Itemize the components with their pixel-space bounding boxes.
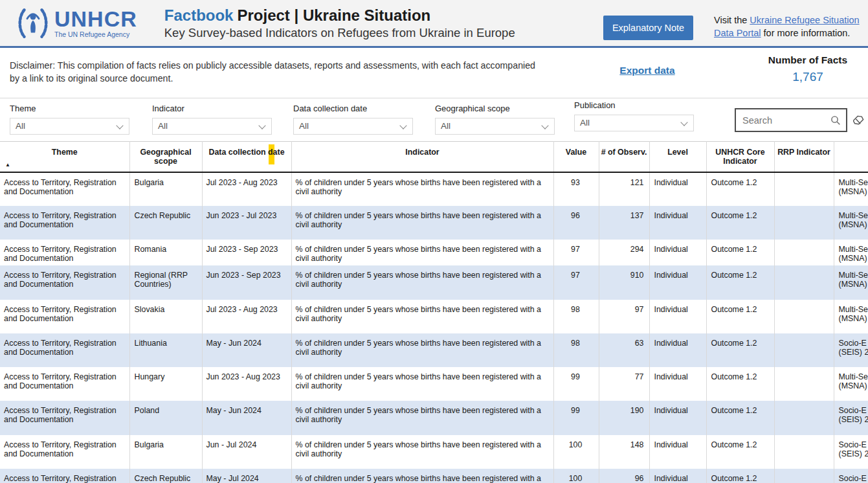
table-row[interactable]: Access to Territory, Registration and Do…: [0, 265, 868, 300]
column-header-level[interactable]: Level: [649, 142, 706, 172]
export-data-link[interactable]: Export data: [619, 65, 674, 76]
cell-rrp-indicator: [774, 206, 834, 240]
table-row[interactable]: Access to Territory, Registration and Do…: [0, 367, 868, 401]
cell-date: Jul 2023 - Aug 2023: [202, 172, 291, 206]
table-row[interactable]: Access to Territory, Registration and Do…: [0, 435, 868, 469]
search-box: [735, 108, 847, 132]
cell-rrp-indicator: [774, 401, 834, 435]
cell-geo: Czech Republic: [129, 469, 202, 483]
cell-indicator: % of children under 5 years whose births…: [291, 172, 553, 206]
table-row[interactable]: Access to Territory, Registration and Do…: [0, 469, 868, 483]
cell-value: 100: [553, 435, 599, 469]
cell-publication: Socio-E(SEIS) 2: [834, 469, 868, 483]
cell-core-indicator: Outcome 1.2: [706, 401, 774, 435]
table-row[interactable]: Access to Territory, Registration and Do…: [0, 300, 868, 333]
facts-count-label: Number of Facts: [748, 54, 868, 66]
table-row[interactable]: Access to Territory, Registration and Do…: [0, 401, 868, 435]
brand-name: UNHCR: [54, 8, 137, 30]
indicator-filter-label: Indicator: [152, 104, 272, 113]
column-header-rrp-indicator[interactable]: RRP Indicator: [774, 142, 834, 172]
cell-level: Individual: [649, 333, 706, 367]
column-header-indicator[interactable]: Indicator: [291, 142, 553, 172]
cell-publication: Socio-E(SEIS) 2: [834, 333, 868, 367]
cell-theme: Access to Territory, Registration and Do…: [0, 300, 129, 333]
cell-rrp-indicator: [774, 469, 834, 483]
explanatory-note-button[interactable]: Explanatory Note: [603, 16, 693, 40]
cell-date: Jun 2023 - Aug 2023: [202, 367, 291, 401]
cell-date: May - Jun 2024: [202, 401, 291, 435]
sort-ascending-icon[interactable]: ▲: [5, 161, 10, 170]
indicator-filter-dropdown[interactable]: All: [152, 118, 272, 135]
filter-bar: Theme All Indicator All Data collection …: [0, 98, 868, 141]
publication-filter-label: Publication: [574, 100, 694, 110]
cell-theme: Access to Territory, Registration and Do…: [0, 172, 129, 206]
column-header-theme[interactable]: Theme ▲: [0, 142, 129, 172]
cell-value: 100: [553, 469, 599, 483]
chevron-down-icon: [260, 123, 265, 128]
portal-prefix: Visit the: [714, 15, 750, 25]
cell-value: 97: [553, 265, 599, 300]
cell-indicator: % of children under 5 years whose births…: [291, 206, 553, 240]
table-row[interactable]: Access to Territory, Registration and Do…: [0, 172, 868, 206]
publication-filter-value: All: [580, 118, 590, 128]
column-header-value[interactable]: Value: [553, 142, 599, 172]
cell-publication: Socio-E(SEIS) 2: [834, 435, 868, 469]
facts-table: Theme ▲ Geographical scope Data collecti…: [0, 141, 868, 483]
export-block: Export data: [547, 48, 748, 98]
cell-rrp-indicator: [774, 367, 834, 401]
table-row[interactable]: Access to Territory, Registration and Do…: [0, 206, 868, 240]
chevron-down-icon: [117, 123, 122, 128]
publication-filter-dropdown[interactable]: All: [574, 115, 694, 131]
eraser-icon[interactable]: [853, 115, 864, 125]
cell-publication: Multi-Se(MSNA): [834, 367, 868, 401]
search-input[interactable]: [736, 115, 830, 126]
cell-core-indicator: Outcome 1.2: [706, 300, 774, 333]
cell-indicator: % of children under 5 years whose births…: [291, 435, 553, 469]
cell-theme: Access to Territory, Registration and Do…: [0, 333, 129, 367]
cell-date: Jul 2023 - Sep 2023: [202, 240, 291, 265]
publication-filter: Publication All: [574, 100, 694, 141]
cell-core-indicator: Outcome 1.2: [706, 206, 774, 240]
column-header-observations[interactable]: # of Observ.: [599, 142, 649, 172]
cell-level: Individual: [649, 469, 706, 483]
cell-rrp-indicator: [774, 333, 834, 367]
cell-observations: 96: [599, 469, 649, 483]
cell-publication: Multi-Se(MSNA): [834, 265, 868, 300]
cell-theme: Access to Territory, Registration and Do…: [0, 265, 129, 300]
cell-core-indicator: Outcome 1.2: [706, 265, 774, 300]
cell-observations: 77: [599, 367, 649, 401]
cell-level: Individual: [649, 367, 706, 401]
scope-filter-dropdown[interactable]: All: [435, 118, 555, 135]
date-filter-dropdown[interactable]: All: [293, 118, 413, 135]
cell-geo: Regional (RRP Countries): [129, 265, 202, 300]
theme-filter: Theme All: [10, 104, 129, 141]
cell-geo: Bulgaria: [129, 172, 202, 206]
date-filter-label: Data collection date: [293, 104, 413, 113]
cell-indicator: % of children under 5 years whose births…: [291, 265, 553, 300]
column-header-data-collection-date[interactable]: Data collection date: [202, 142, 291, 172]
factbook-page: UNHCR The UN Refugee Agency FactbookProj…: [0, 0, 868, 483]
cell-geo: Lithuania: [129, 333, 202, 367]
disclaimer-text: Disclaimer: This compilation of facts re…: [0, 48, 547, 98]
brand-tagline: The UN Refugee Agency: [54, 30, 137, 38]
cell-value: 93: [553, 172, 599, 206]
column-header-unhcr-core-indicator[interactable]: UNHCR Core Indicator: [706, 142, 774, 172]
indicator-filter-value: All: [158, 121, 168, 131]
cell-level: Individual: [649, 240, 706, 265]
column-header-publication-cropped[interactable]: [834, 142, 868, 172]
chevron-down-icon: [401, 123, 406, 128]
page-title: FactbookProject | Ukraine Situation: [164, 6, 515, 25]
page-title-block: FactbookProject | Ukraine Situation Key …: [164, 6, 515, 40]
cell-level: Individual: [649, 206, 706, 240]
cell-indicator: % of children under 5 years whose births…: [291, 367, 553, 401]
theme-filter-dropdown[interactable]: All: [10, 118, 129, 135]
cell-indicator: % of children under 5 years whose births…: [291, 469, 553, 483]
date-filter-value: All: [299, 121, 309, 131]
column-header-geographical-scope[interactable]: Geographical scope: [129, 142, 202, 172]
cell-geo: Poland: [129, 401, 202, 435]
table-row[interactable]: Access to Territory, Registration and Do…: [0, 240, 868, 265]
info-bar: Disclaimer: This compilation of facts re…: [0, 48, 868, 98]
cell-observations: 97: [599, 300, 649, 333]
cell-observations: 137: [599, 206, 649, 240]
table-row[interactable]: Access to Territory, Registration and Do…: [0, 333, 868, 367]
